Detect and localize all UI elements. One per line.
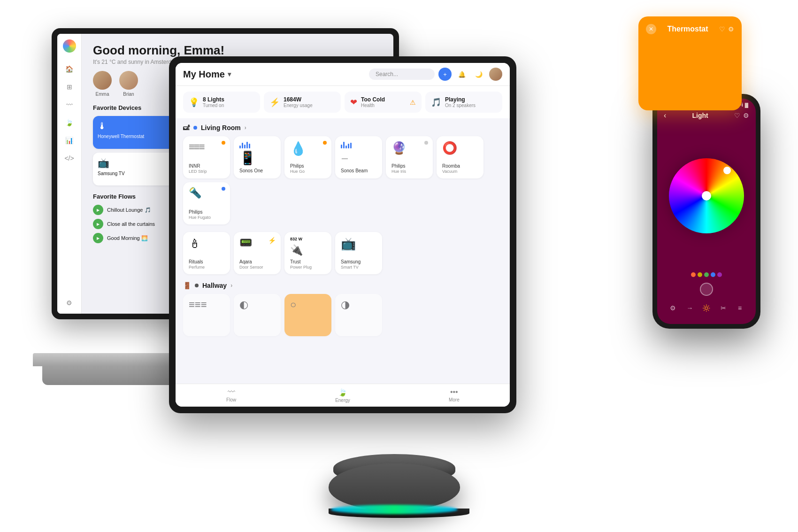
device-rituals[interactable]: 🕯 Rituals Perfume	[183, 232, 230, 274]
phone-arrow-icon[interactable]: →	[683, 301, 696, 315]
hallway-chevron: ›	[230, 282, 232, 289]
thermostat-name: Honeywell Thermostat	[98, 133, 144, 139]
brightness-circle[interactable]	[700, 283, 713, 296]
trust-name: Trust	[290, 259, 312, 265]
moon-icon[interactable]: 🌙	[472, 68, 485, 81]
emma-avatar	[93, 71, 112, 90]
color-dot-purple[interactable]	[717, 272, 722, 277]
color-dot-green[interactable]	[704, 272, 709, 277]
sidebar-leaf-icon[interactable]: 🍃	[64, 117, 75, 128]
tv-icon: 📺	[98, 157, 109, 169]
dropdown-chevron-icon[interactable]: ▾	[228, 70, 231, 78]
device-hue-iris[interactable]: 🔮 Philips Hue Iris	[386, 136, 433, 178]
flow-left-2: ▶ Good Morning 🌅	[93, 233, 148, 243]
hallway-device-2-icon: ◐	[239, 299, 248, 311]
sidebar-code-icon[interactable]: </>	[64, 153, 75, 163]
hallway-device-2[interactable]: ◐	[234, 294, 281, 336]
hallway-device-1[interactable]: ≡≡≡	[183, 294, 230, 336]
sidebar-home-icon[interactable]: 🏠	[64, 64, 75, 74]
living-room-header[interactable]: 🛋 Living Room ›	[183, 124, 502, 131]
hallway-device-3[interactable]: ○	[284, 294, 331, 336]
thermostat-close-button[interactable]: ✕	[646, 24, 656, 34]
health-icon: ❤	[350, 97, 357, 108]
color-dot-yellow[interactable]	[698, 272, 702, 277]
aqara-info: Aqara Door Sensor	[239, 259, 263, 270]
phone-effects-icon[interactable]: ⚙	[667, 301, 680, 315]
sidebar-settings-icon[interactable]: ⚙	[64, 298, 75, 308]
flow-nav-icon: 〰	[228, 388, 235, 396]
status-card-lights[interactable]: 💡 8 Lights Turned on	[183, 92, 260, 113]
homey-logo[interactable]	[63, 39, 76, 53]
phone-title: Light	[692, 112, 708, 119]
device-sonos-beam[interactable]: ⸻ Sonos Beam	[335, 136, 382, 178]
nav-more[interactable]: ••• More	[399, 388, 510, 403]
hue-go-name: Philips	[290, 163, 305, 169]
color-dot-blue[interactable]	[711, 272, 715, 277]
status-card-energy[interactable]: ⚡ 1684W Energy usage	[264, 92, 341, 113]
sidebar-flow-icon[interactable]: 〰	[64, 100, 75, 110]
phone-cut-icon[interactable]: ✂	[717, 301, 730, 315]
device-hue-go[interactable]: 💧 Philips Hue Go	[284, 136, 331, 178]
flow-play-1[interactable]: ▶	[93, 219, 103, 229]
sonos-beam-bars	[341, 141, 352, 148]
hue-fugato-sub: Hue Fugato	[189, 215, 211, 220]
status-card-health[interactable]: ❤ Too Cold Health ⚠	[345, 92, 422, 113]
user-emma[interactable]: Emma	[93, 71, 112, 97]
nav-flow[interactable]: 〰 Flow	[176, 388, 287, 403]
hub-body-wrapper	[329, 463, 469, 518]
music-info: Playing On 2 speakers	[445, 96, 476, 108]
color-wheel[interactable]	[669, 158, 744, 233]
rituals-icon: 🕯	[189, 237, 201, 251]
phone-gear-icon[interactable]: ⚙	[743, 112, 749, 119]
user-avatar-btn[interactable]	[489, 68, 502, 81]
hallway-device-4[interactable]: ◑	[335, 294, 382, 336]
phone-brightness-icon[interactable]: 🔆	[700, 301, 713, 315]
user-brian[interactable]: Brian	[119, 71, 138, 97]
hallway-header[interactable]: 🚪 Hallway ›	[183, 282, 502, 289]
phone-screen: 9:41 ▪▪▪ WiFi ▓ ‹ Light ♡ ⚙	[657, 99, 756, 324]
hallway-icon: 🚪	[183, 282, 191, 289]
device-trust[interactable]: 832 W 🔌 Trust Power Plug	[284, 232, 331, 274]
sonos-one-icon: 📱	[239, 150, 256, 166]
flow-name-1: Close all the curtains	[107, 221, 155, 227]
bar5	[249, 144, 250, 148]
roomba-info: Roomba Vacuum	[442, 163, 460, 174]
hue-fugato-icon: 🔦	[189, 187, 201, 199]
more-nav-label: More	[449, 397, 460, 402]
flow-play-0[interactable]: ▶	[93, 205, 103, 215]
living-room-dot	[193, 126, 197, 130]
device-samsung-tv[interactable]: 📺 Samsung Smart TV	[335, 232, 382, 274]
color-wheel-selector[interactable]	[723, 167, 731, 174]
add-button[interactable]: +	[438, 68, 452, 81]
tablet: My Home ▾ Search... + 🔔 🌙	[169, 56, 516, 413]
tablet-content: 🛋 Living Room › ≡≡≡ INNR LED Strip	[176, 118, 510, 384]
phone-back-icon[interactable]: ‹	[664, 111, 666, 120]
thermostat-heart-icon[interactable]: ♡	[719, 25, 725, 33]
device-innr[interactable]: ≡≡≡ INNR LED Strip	[183, 136, 230, 178]
energy-label: Energy usage	[284, 103, 313, 108]
sidebar-chart-icon[interactable]: 📊	[64, 135, 75, 146]
music-label: On 2 speakers	[445, 103, 476, 108]
search-box[interactable]: Search...	[369, 69, 435, 80]
bell-icon[interactable]: 🔔	[455, 68, 468, 81]
health-info: Too Cold Health	[361, 96, 385, 108]
tv-name: Samsung TV	[98, 170, 125, 177]
bar4	[246, 142, 248, 148]
sidebar-grid-icon[interactable]: ⊞	[64, 82, 75, 92]
device-roomba[interactable]: ⭕ Roomba Vacuum	[437, 136, 483, 178]
battery-icon: ▓	[745, 102, 748, 108]
energy-nav-icon: 🍃	[338, 388, 347, 397]
phone-list-icon[interactable]: ≡	[733, 301, 746, 315]
device-aqara[interactable]: ⚡ 📟 Aqara Door Sensor	[234, 232, 281, 274]
beam-bar1	[341, 145, 342, 148]
status-card-music[interactable]: 🎵 Playing On 2 speakers	[425, 92, 502, 113]
flow-play-2[interactable]: ▶	[93, 233, 103, 243]
trust-watt: 832 W	[290, 237, 302, 241]
thermostat-gear-icon[interactable]: ⚙	[728, 25, 734, 33]
color-dot-orange[interactable]	[691, 272, 696, 277]
nav-energy[interactable]: 🍃 Energy	[287, 388, 398, 403]
device-hue-fugato[interactable]: 🔦 Philips Hue Fugato	[183, 182, 230, 224]
hue-go-icon: 💧	[290, 141, 307, 156]
phone-heart-icon[interactable]: ♡	[734, 112, 740, 119]
device-sonos-one[interactable]: 📱 Sonos One	[234, 136, 281, 178]
